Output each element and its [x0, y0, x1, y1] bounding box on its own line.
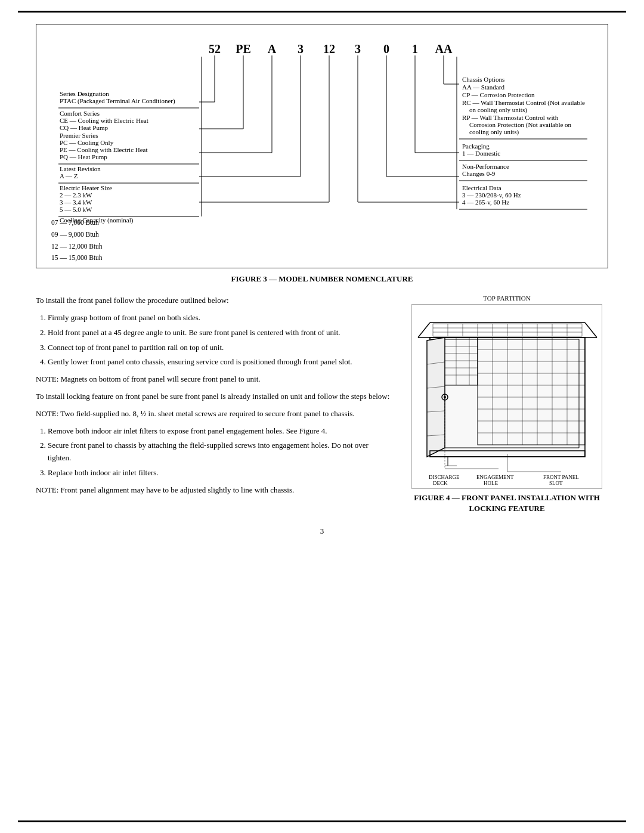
cooling-cap-row: 15 — 15,000 Btuh — [51, 253, 599, 264]
note-1: NOTE: Magnets on bottom of front panel w… — [36, 373, 394, 386]
svg-text:ENGAGEMENT: ENGAGEMENT — [476, 474, 514, 480]
nomenclature-svg: 52 PE A 3 12 3 0 1 AA — [45, 36, 599, 227]
ptac-svg: DISCHARGE DECK ENGAGEMENT HOLE FRONT PAN… — [412, 305, 602, 489]
instructions-section: To install the front panel follow the pr… — [36, 295, 608, 514]
svg-text:52: 52 — [209, 42, 221, 55]
svg-text:2 — 2.3 kW: 2 — 2.3 kW — [60, 191, 92, 199]
svg-text:CP — Corrosion Protection: CP — Corrosion Protection — [462, 91, 535, 98]
svg-text:Premier Series: Premier Series — [60, 132, 98, 139]
svg-text:3 — 230/208-v, 60 Hz: 3 — 230/208-v, 60 Hz — [462, 191, 521, 199]
svg-text:0: 0 — [383, 42, 389, 55]
step-1: Firmly grasp bottom of front panel on bo… — [48, 312, 394, 324]
svg-text:DECK: DECK — [433, 480, 448, 486]
svg-text:RP — Wall Thermostat Control w: RP — Wall Thermostat Control with — [462, 114, 559, 121]
svg-text:Changes 0-9: Changes 0-9 — [462, 170, 496, 177]
svg-text:12: 12 — [323, 42, 335, 55]
intro-paragraph: To install the front panel follow the pr… — [36, 295, 394, 307]
svg-text:Electrical Data: Electrical Data — [462, 184, 501, 191]
svg-text:4 — 265-v, 60 Hz: 4 — 265-v, 60 Hz — [462, 199, 509, 206]
svg-text:AA — Standard: AA — Standard — [462, 83, 504, 91]
page-number: 3 — [36, 527, 608, 536]
svg-text:Series Designation: Series Designation — [60, 90, 109, 97]
step-4: Gently lower front panel onto chassis, e… — [48, 356, 394, 368]
cooling-cap-row: 09 — 9,000 Btuh — [51, 230, 599, 240]
cooling-cap-row: 12 — 12,000 Btuh — [51, 241, 599, 252]
svg-text:cooling only units): cooling only units) — [469, 128, 519, 136]
step-6: Secure front panel to chassis by attachi… — [48, 439, 394, 465]
svg-text:Comfort Series: Comfort Series — [60, 110, 100, 117]
step-5: Remove both indoor air inlet filters to … — [48, 425, 394, 438]
svg-text:CQ — Heat Pump: CQ — Heat Pump — [60, 124, 108, 131]
svg-text:1 — Domestic: 1 — Domestic — [462, 150, 500, 157]
svg-text:Non-Performance: Non-Performance — [462, 163, 509, 170]
final-note: NOTE: Front panel alignment may have to … — [36, 484, 394, 497]
svg-text:3: 3 — [298, 42, 304, 55]
nomenclature-diagram: 52 PE A 3 12 3 0 1 AA — [36, 24, 608, 268]
top-partition-label: TOP PARTITION — [405, 295, 608, 302]
svg-text:Electric Heater Size: Electric Heater Size — [60, 184, 112, 191]
page-border-bottom — [18, 820, 626, 822]
svg-text:HOLE: HOLE — [484, 480, 498, 486]
svg-text:3 — 3.4 kW: 3 — 3.4 kW — [60, 199, 92, 206]
svg-text:A — Z: A — Z — [60, 172, 78, 179]
svg-text:1: 1 — [412, 42, 418, 55]
svg-text:PE: PE — [236, 42, 251, 55]
figure4-area: TOP PARTITION — [405, 295, 608, 514]
svg-text:FRONT PANEL: FRONT PANEL — [543, 474, 579, 480]
step-7: Replace both indoor air inlet filters. — [48, 467, 394, 479]
figure3-caption: FIGURE 3 — MODEL NUMBER NOMENCLATURE — [36, 274, 608, 284]
steps-list-2: Remove both indoor air inlet filters to … — [48, 425, 394, 479]
figure4-diagram: DISCHARGE DECK ENGAGEMENT HOLE FRONT PAN… — [411, 304, 602, 489]
svg-text:3: 3 — [355, 42, 361, 55]
steps-list-1: Firmly grasp bottom of front panel on bo… — [48, 312, 394, 368]
svg-text:5 — 5.0 kW: 5 — 5.0 kW — [60, 206, 92, 213]
svg-text:A: A — [268, 42, 277, 55]
svg-text:PC — Cooling Only: PC — Cooling Only — [60, 139, 114, 146]
nomenclature-svg-area: 52 PE A 3 12 3 0 1 AA — [45, 36, 599, 264]
figure4-caption: FIGURE 4 — FRONT PANEL INSTALLATION WITH… — [405, 493, 608, 514]
note-3: NOTE: Two field-supplied no. 8, ½ in. sh… — [36, 408, 394, 420]
svg-text:AA: AA — [435, 42, 453, 55]
svg-text:Latest Revision: Latest Revision — [60, 165, 101, 172]
svg-text:DISCHARGE: DISCHARGE — [429, 474, 460, 480]
svg-text:Packaging: Packaging — [462, 143, 490, 150]
svg-text:PE — Cooling with Electric Hea: PE — Cooling with Electric Heat — [60, 146, 148, 153]
page-border-top — [18, 11, 626, 13]
svg-text:PTAC (Packaged Terminal Air Co: PTAC (Packaged Terminal Air Conditioner) — [60, 97, 175, 105]
step-3: Connect top of front panel to partition … — [48, 342, 394, 354]
instructions-text: To install the front panel follow the pr… — [36, 295, 394, 514]
svg-text:CE — Cooling with Electric Hea: CE — Cooling with Electric Heat — [60, 117, 148, 124]
svg-text:SLOT: SLOT — [549, 480, 563, 486]
svg-text:on cooling only units): on cooling only units) — [469, 106, 527, 114]
note-2: To install locking feature on front pane… — [36, 391, 394, 403]
svg-text:Chassis Options: Chassis Options — [462, 76, 504, 83]
step-2: Hold front panel at a 45 degree angle to… — [48, 327, 394, 339]
svg-text:PQ — Heat Pump: PQ — Heat Pump — [60, 153, 107, 160]
